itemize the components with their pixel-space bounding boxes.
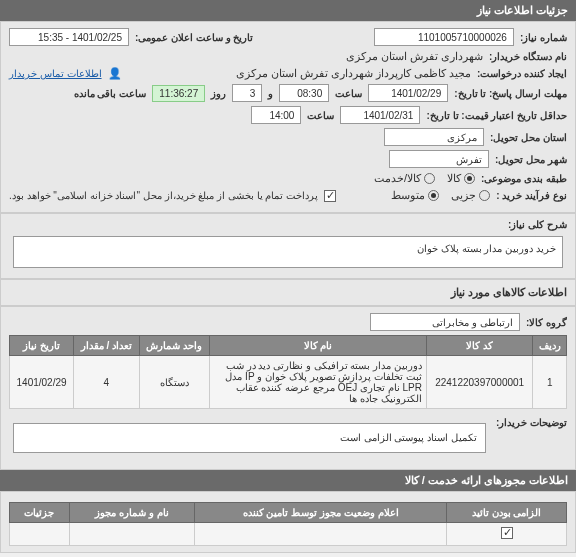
- label-purchase-type: نوع فرآیند خرید :: [496, 190, 567, 201]
- label-day-unit: روز: [211, 88, 226, 99]
- person-icon: 👤: [108, 67, 122, 80]
- permits-section: الزامی بودن تائید اعلام وضعیت مجوز توسط …: [0, 491, 576, 553]
- row-requester: ایجاد کننده درخواست: مجید کاظمی کارپرداز…: [9, 67, 567, 80]
- radio-medium[interactable]: متوسط: [391, 189, 439, 202]
- radio-service-input[interactable]: [424, 173, 435, 184]
- payment-note: پرداخت تمام یا بخشی از مبلغ خرید،از محل …: [9, 190, 318, 201]
- label-buyer-notes: توضیحات خریدار:: [496, 417, 567, 428]
- field-validity-date: 1401/02/31: [340, 106, 420, 124]
- label-province: استان محل تحویل:: [490, 132, 567, 143]
- th-row: ردیف: [533, 336, 567, 356]
- main-header-text: جزئیات اطلاعات نیاز: [477, 4, 568, 16]
- row-goods-group: گروه کالا: ارتباطی و مخابراتی: [9, 313, 567, 331]
- field-resp-days: 3: [232, 84, 262, 102]
- td-qty: 4: [74, 356, 139, 409]
- td-name: دوربین مدار بسته ترافیکی و نظارتی دید در…: [209, 356, 426, 409]
- label-deadline: مهلت ارسال پاسخ: تا تاریخ:: [454, 88, 567, 99]
- th-unit: واحد شمارش: [139, 336, 209, 356]
- value-buyer: شهرداری تفرش استان مرکزی: [346, 50, 483, 63]
- form-section: شماره نیاز: 1101005710000026 تاریخ و ساع…: [0, 21, 576, 213]
- timer: 11:36:27: [152, 85, 205, 102]
- main-header: جزئیات اطلاعات نیاز: [0, 0, 576, 21]
- row-province: استان محل تحویل: مرکزی: [9, 128, 567, 146]
- field-city: تفرش: [389, 150, 489, 168]
- label-remaining: ساعت باقی مانده: [74, 88, 147, 99]
- radio-group-purchase: جزیی متوسط: [391, 189, 490, 202]
- label-public-date: تاریخ و ساعت اعلان عمومی:: [135, 32, 253, 43]
- field-validity-hour: 14:00: [251, 106, 301, 124]
- td-attach: [69, 523, 195, 546]
- checkbox-mandatory[interactable]: [501, 527, 513, 539]
- radio-service-label: کالا/خدمت: [374, 172, 421, 185]
- checkbox-payment[interactable]: [324, 190, 336, 202]
- th-mandatory: الزامی بودن تائید: [447, 503, 567, 523]
- row-classification: طبقه بندی موضوعی: کالا کالا/خدمت: [9, 172, 567, 185]
- label-need-desc: شرح کلی نیاز:: [508, 219, 567, 230]
- radio-goods[interactable]: کالا: [447, 172, 475, 185]
- permits-row: [10, 523, 567, 546]
- th-permit-status: اعلام وضعیت مجوز توسط تامین کننده: [195, 503, 447, 523]
- th-attach: نام و شماره مجوز: [69, 503, 195, 523]
- td-status: [195, 523, 447, 546]
- field-goods-group: ارتباطی و مخابراتی: [370, 313, 520, 331]
- label-need-number: شماره نیاز:: [520, 32, 567, 43]
- goods-info-header: اطلاعات کالاهای مورد نیاز: [0, 279, 576, 306]
- th-name: نام کالا: [209, 336, 426, 356]
- radio-small-input[interactable]: [479, 190, 490, 201]
- td-mandatory: [447, 523, 567, 546]
- td-details: [10, 523, 70, 546]
- td-code: 2241220397000001: [427, 356, 533, 409]
- field-public-date: 1401/02/25 - 15:35: [9, 28, 129, 46]
- radio-goods-input[interactable]: [464, 173, 475, 184]
- radio-service[interactable]: کالا/خدمت: [374, 172, 435, 185]
- label-hour2: ساعت: [307, 110, 334, 121]
- radio-small-label: جزیی: [451, 189, 476, 202]
- field-resp-date: 1401/02/29: [368, 84, 448, 102]
- field-province: مرکزی: [384, 128, 484, 146]
- label-requester: ایجاد کننده درخواست:: [477, 68, 567, 79]
- th-date: تاریخ نیاز: [10, 336, 74, 356]
- desc-box: خرید دوربین مدار بسته پلاک خوان: [13, 236, 563, 268]
- row-need-number: شماره نیاز: 1101005710000026 تاریخ و ساع…: [9, 28, 567, 46]
- label-city: شهر محل تحویل:: [495, 154, 567, 165]
- radio-goods-label: کالا: [447, 172, 461, 185]
- th-details: جزئیات: [10, 503, 70, 523]
- label-validity: حداقل تاریخ اعتبار قیمت: تا تاریخ:: [426, 110, 567, 121]
- permits-header-text: اطلاعات مجوزهای ارائه خدمت / کالا: [405, 474, 568, 486]
- contact-link[interactable]: اطلاعات تماس خریدار: [9, 68, 102, 79]
- label-day-and: و: [268, 88, 273, 99]
- permits-header: اطلاعات مجوزهای ارائه خدمت / کالا: [0, 470, 576, 491]
- row-buyer-notes: توضیحات خریدار: تکمیل اسناد پیوستی الزام…: [9, 417, 567, 459]
- table-header-row: ردیف کد کالا نام کالا واحد شمارش تعداد /…: [10, 336, 567, 356]
- label-classification: طبقه بندی موضوعی:: [481, 173, 567, 184]
- row-buyer: نام دستگاه خریدار: شهرداری تفرش استان مر…: [9, 50, 567, 63]
- radio-small[interactable]: جزیی: [451, 189, 490, 202]
- table-row: 1 2241220397000001 دوربین مدار بسته تراف…: [10, 356, 567, 409]
- radio-medium-input[interactable]: [428, 190, 439, 201]
- goods-section: گروه کالا: ارتباطی و مخابراتی ردیف کد کا…: [0, 306, 576, 470]
- notes-box: تکمیل اسناد پیوستی الزامی است: [13, 423, 486, 453]
- td-row: 1: [533, 356, 567, 409]
- row-deadline: مهلت ارسال پاسخ: تا تاریخ: 1401/02/29 سا…: [9, 84, 567, 102]
- th-qty: تعداد / مقدار: [74, 336, 139, 356]
- goods-table: ردیف کد کالا نام کالا واحد شمارش تعداد /…: [9, 335, 567, 409]
- th-code: کد کالا: [427, 336, 533, 356]
- permits-table: الزامی بودن تائید اعلام وضعیت مجوز توسط …: [9, 502, 567, 546]
- radio-group-classification: کالا کالا/خدمت: [374, 172, 475, 185]
- radio-medium-label: متوسط: [391, 189, 425, 202]
- permits-header-row: الزامی بودن تائید اعلام وضعیت مجوز توسط …: [10, 503, 567, 523]
- row-city: شهر محل تحویل: تفرش: [9, 150, 567, 168]
- label-hour1: ساعت: [335, 88, 362, 99]
- label-buyer: نام دستگاه خریدار:: [489, 51, 567, 62]
- row-purchase-type: نوع فرآیند خرید : جزیی متوسط پرداخت تمام…: [9, 189, 567, 202]
- td-date: 1401/02/29: [10, 356, 74, 409]
- field-need-number: 1101005710000026: [374, 28, 514, 46]
- value-requester: مجید کاظمی کارپرداز شهرداری تفرش استان م…: [236, 67, 471, 80]
- label-goods-group: گروه کالا:: [526, 317, 567, 328]
- field-resp-hour: 08:30: [279, 84, 329, 102]
- td-unit: دستگاه: [139, 356, 209, 409]
- desc-section: شرح کلی نیاز: خرید دوربین مدار بسته پلاک…: [0, 213, 576, 279]
- row-validity: حداقل تاریخ اعتبار قیمت: تا تاریخ: 1401/…: [9, 106, 567, 124]
